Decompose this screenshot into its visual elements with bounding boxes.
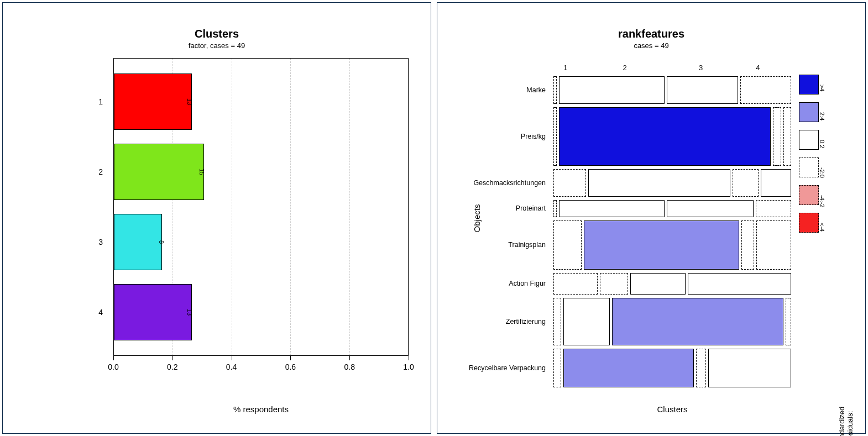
column-headers: 1234	[553, 64, 791, 75]
mosaic-row: Recycelbare Verpackung	[553, 347, 791, 389]
column-header: 3	[699, 64, 703, 72]
mosaic-cell	[600, 273, 628, 295]
mosaic-cell	[553, 76, 557, 104]
mosaic-row-label: Proteinart	[516, 204, 553, 212]
mosaic-cell	[667, 76, 738, 104]
mosaic-cell	[696, 349, 706, 387]
mosaic-plot: 1234 MarkePreis/kgGeschmacksrichtungenPr…	[553, 64, 791, 389]
legend-title: StandardizedResiduals:	[838, 384, 854, 436]
left-panel: Clusters factor, cases = 49 11321538413 …	[2, 2, 431, 434]
bar-category-label: 4	[98, 308, 114, 317]
mosaic-cell	[563, 298, 610, 345]
mosaic-row-label: Zertifizierung	[506, 318, 553, 325]
mosaic-cell	[783, 107, 791, 166]
mosaic-cell	[667, 200, 754, 217]
bar: 15	[114, 144, 204, 200]
legend-label: 0:2	[819, 140, 825, 148]
mosaic-cell	[630, 273, 686, 295]
mosaic-cell	[773, 107, 781, 166]
legend-label: -4:-2	[819, 195, 825, 208]
figure-container: Clusters factor, cases = 49 11321538413 …	[0, 0, 868, 436]
mosaic-cell	[553, 298, 561, 345]
mosaic-cell	[740, 76, 791, 104]
legend-label: <-4	[819, 223, 825, 232]
mosaic-body: MarkePreis/kgGeschmacksrichtungenProtein…	[553, 75, 791, 389]
mosaic-cell	[588, 169, 730, 197]
legend-label: >4	[819, 85, 825, 92]
mosaic-cell	[756, 200, 791, 217]
mosaic-cell	[553, 169, 586, 197]
mosaic-row-label: Preis/kg	[521, 133, 553, 140]
mosaic-row: Preis/kg	[553, 106, 791, 168]
mosaic-cell	[741, 220, 754, 270]
bar-category-label: 1	[98, 97, 114, 106]
bar-row: 215	[114, 144, 408, 200]
bar-row: 413	[114, 284, 408, 340]
bar-plot-area: 11321538413	[113, 58, 409, 356]
legend-item: 0:2	[799, 130, 827, 150]
mosaic-row: Action Figur	[553, 271, 791, 296]
mosaic-row-label: Recycelbare Verpackung	[469, 364, 553, 372]
x-tick-label: 0.2	[167, 363, 177, 371]
mosaic-cell	[553, 220, 582, 270]
x-tick-label: 0.0	[108, 363, 118, 371]
legend-swatch	[799, 185, 819, 205]
bar-count-label: 15	[198, 169, 205, 175]
legend-swatch	[799, 75, 819, 94]
mosaic-cell	[559, 76, 665, 104]
chart-subtitle: factor, cases = 49	[3, 41, 431, 50]
right-panel: rankfeatures cases = 49 Objects Clusters…	[437, 2, 866, 434]
mosaic-cell	[688, 273, 791, 295]
x-axis-label: % respondents	[113, 405, 409, 414]
mosaic-cell	[563, 349, 694, 387]
mosaic-row: Geschmacksrichtungen	[553, 167, 791, 198]
bar-count-label: 8	[158, 240, 165, 244]
x-tick-label: 1.0	[403, 363, 414, 371]
legend-swatch	[799, 130, 819, 150]
legend-label: 2:4	[819, 112, 825, 120]
column-header: 1	[563, 64, 567, 72]
x-tick-label: 0.6	[285, 363, 296, 371]
legend-item: >4	[799, 75, 827, 94]
bar-row: 38	[114, 214, 408, 270]
mosaic-cell	[708, 349, 791, 387]
mosaic-row: Proteinart	[553, 198, 791, 219]
mosaic-cell	[559, 107, 771, 166]
legend-swatch	[799, 157, 819, 177]
residuals-legend: >42:40:2-2:0-4:-2<-4	[799, 75, 827, 233]
bar: 13	[114, 284, 192, 340]
mosaic-row-label: Geschmacksrichtungen	[473, 179, 553, 187]
legend-label: -2:0	[819, 167, 825, 178]
y-axis-label: Objects	[472, 204, 482, 232]
mosaic-cell	[612, 298, 783, 345]
mosaic-row: Zertifizierung	[553, 296, 791, 347]
x-axis-label: Clusters	[553, 405, 791, 414]
mosaic-cell	[733, 169, 759, 197]
mosaic-cell	[559, 200, 665, 217]
x-tick-mark	[290, 356, 291, 360]
mosaic-cell	[553, 200, 557, 217]
mosaic-cell	[786, 298, 791, 345]
x-tick-mark	[172, 356, 173, 360]
mosaic-cell	[553, 107, 557, 166]
bar-row: 113	[114, 73, 408, 130]
mosaic-cell	[553, 349, 561, 387]
x-tick-label: 0.4	[226, 363, 237, 371]
mosaic-cell	[553, 273, 598, 295]
bar-category-label: 3	[98, 238, 114, 246]
x-tick-label: 0.8	[344, 363, 354, 371]
chart-subtitle: cases = 49	[437, 41, 865, 50]
mosaic-cell	[584, 220, 739, 270]
bar-count-label: 13	[186, 98, 193, 104]
x-tick-mark	[409, 356, 409, 360]
mosaic-cell	[761, 169, 791, 197]
legend-item: -2:0	[799, 157, 827, 177]
mosaic-cell	[756, 220, 792, 270]
clusters-bar-chart: Clusters factor, cases = 49 11321538413 …	[3, 3, 431, 433]
column-header: 2	[623, 64, 626, 72]
column-header: 4	[756, 64, 760, 72]
x-tick-mark	[349, 356, 350, 360]
mosaic-row-label: Trainigsplan	[508, 241, 553, 249]
bar: 13	[114, 73, 192, 130]
x-axis: 0.00.20.40.60.81.0 % respondents	[113, 356, 409, 433]
